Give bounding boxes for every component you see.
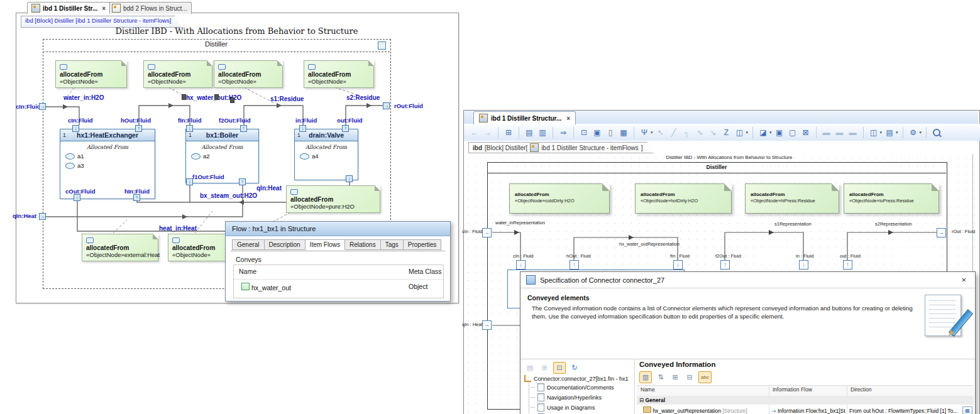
gear-icon[interactable]: ⚙: [908, 127, 919, 138]
port-label[interactable]: hOut:Fluid: [121, 117, 151, 124]
breadcrumb[interactable]: ibd [Block] Distiller[ ibd 1 Distiller S…: [468, 142, 654, 153]
refresh-icon[interactable]: ↻: [569, 362, 580, 373]
search-icon[interactable]: [933, 129, 940, 136]
port-label[interactable]: fIn:Fluid: [178, 117, 201, 124]
port-icon[interactable]: ↑: [240, 125, 247, 132]
port-icon[interactable]: →: [39, 213, 46, 220]
port-icon[interactable]: →: [482, 228, 492, 237]
dropdown-caret-icon[interactable]: ▾: [651, 130, 653, 135]
port-icon[interactable]: ↑: [239, 178, 246, 185]
column-header-meta-class[interactable]: Meta Class: [409, 268, 442, 275]
used-by-icon[interactable]: ▥: [537, 127, 548, 138]
allocated-from-note[interactable]: allocatedFrom «ObjectNode»: [55, 60, 127, 88]
dropdown-caret-icon[interactable]: ▾: [920, 130, 922, 135]
boundary-port-label[interactable]: rOut:Fluid: [394, 102, 423, 109]
boundary-port-label[interactable]: rOut : Fluid: [952, 229, 975, 234]
allocated-from-note[interactable]: allocatedFrom «ObjectNode»: [143, 60, 212, 88]
port-label[interactable]: f1Out:Fluid: [192, 173, 224, 180]
port-icon[interactable]: ↓: [673, 260, 683, 270]
port-label[interactable]: f2Out:Fluid: [219, 117, 251, 124]
port-icon[interactable]: ↓: [74, 194, 80, 201]
port-icon[interactable]: ↓: [72, 125, 79, 132]
curve-tool-icon[interactable]: ∿: [695, 127, 706, 138]
paste-icon[interactable]: ▣: [592, 127, 603, 138]
tab-description[interactable]: Description: [265, 239, 306, 250]
tree-item-navigation[interactable]: Navigation/Hyperlinks: [529, 393, 634, 402]
tree-root-connector[interactable]: Connector:connector_27[bx1.fIn - hx1: [524, 375, 634, 382]
dialog-title-bar[interactable]: Specification of Connector connector_27: [520, 272, 975, 288]
align-right-icon[interactable]: ▬: [847, 127, 859, 138]
columns-icon[interactable]: ▥: [639, 371, 652, 383]
containment-tree-icon[interactable]: ⊞: [503, 127, 514, 138]
port-label[interactable]: fIn : Fluid: [670, 253, 690, 259]
dialog-title[interactable]: Flow : hx1_bx1 in Structure: [226, 222, 450, 236]
dropdown-caret-icon[interactable]: ▾: [880, 130, 883, 135]
tab-properties[interactable]: Properties: [404, 239, 442, 250]
panel-divider[interactable]: [634, 359, 635, 414]
port-icon[interactable]: ↓: [516, 260, 526, 270]
boundary-port-label[interactable]: qIn : Heat: [462, 322, 483, 327]
boundary-port-label[interactable]: cIn:Fluid: [16, 103, 41, 110]
port-icon[interactable]: ↓: [346, 175, 353, 182]
collapse-group-icon[interactable]: ⊟: [639, 397, 644, 403]
port-label[interactable]: cIn:Fluid: [68, 117, 93, 124]
align-left-icon[interactable]: ▬: [821, 127, 832, 138]
forward-icon[interactable]: →: [482, 127, 493, 138]
tab-tags[interactable]: Tags: [381, 239, 404, 250]
allocated-from-note[interactable]: allocatedFrom «ObjectNode»: [214, 60, 283, 88]
tab-ibd-1-distiller[interactable]: ibd 1 Distiller Str... ×: [27, 2, 110, 14]
flow-label[interactable]: water_inRepresentation: [495, 220, 545, 226]
flow-label[interactable]: water_in:H2O: [63, 94, 104, 101]
table-icon[interactable]: ▦: [618, 127, 629, 138]
tree-item-documentation[interactable]: Documentation/Comments: [529, 383, 634, 392]
breadcrumb[interactable]: ibd [Block] Distiller [ibd 1 Distiller S…: [21, 16, 180, 28]
tree-view-icon[interactable]: ⊞: [539, 362, 550, 373]
resize-icon[interactable]: ↘: [708, 127, 719, 138]
tab-general[interactable]: General: [232, 239, 265, 250]
properties-view-icon[interactable]: ▤: [524, 362, 536, 373]
swimlane-icon[interactable]: ◫: [734, 127, 746, 138]
allocated-from-note[interactable]: allocatedFrom «ObjectNode»hiPress:Residu…: [745, 183, 839, 214]
open-window-icon[interactable]: ▣: [774, 127, 785, 138]
part-hx1-heatexchanger[interactable]: 1 hx1:HeatExchanger Allocated From a1 a3…: [60, 129, 155, 199]
allocated-item[interactable]: a1: [65, 153, 155, 160]
port-icon[interactable]: ↑: [843, 260, 852, 270]
allocated-from-note[interactable]: allocatedFrom «ObjectNode»coldDirty:H2O: [509, 183, 610, 214]
image-export-icon[interactable]: ◪: [757, 127, 769, 138]
quick-layout-icon[interactable]: Ψ: [639, 127, 650, 138]
boundary-port-label[interactable]: qIn:Heat: [13, 212, 36, 219]
port-icon[interactable]: ↑: [342, 125, 349, 132]
port-icon[interactable]: ↑: [570, 260, 579, 270]
part-bx1-boiler[interactable]: 1 bx1:Boiler Allocated From a2 f1Out:Flu…: [185, 129, 259, 183]
flow-label[interactable]: bx_steam_out:H2O: [200, 192, 257, 199]
zoom-icon[interactable]: Z: [721, 127, 732, 138]
port-icon[interactable]: ↓: [799, 260, 808, 270]
allocated-item[interactable]: a2: [191, 153, 258, 160]
port-label[interactable]: in:Fluid: [295, 117, 317, 124]
frame-collapse-icon[interactable]: [378, 41, 386, 50]
table-row[interactable]: hx_water_outRepresentation [Structure] ⇢…: [637, 405, 974, 414]
flow-label[interactable]: s1:Residue: [270, 95, 304, 102]
display-options-icon[interactable]: ◫: [868, 127, 879, 138]
close-icon[interactable]: ×: [961, 275, 966, 285]
allocated-from-note[interactable]: allocatedFrom «ObjectNode»: [304, 60, 374, 88]
abc-mode-icon[interactable]: abc: [698, 371, 712, 383]
port-icon[interactable]: ↓: [186, 178, 193, 185]
path-tool-icon[interactable]: ┐: [681, 127, 693, 138]
boundary-port-label[interactable]: cIn : Fluid: [462, 229, 483, 234]
collapse-all-icon[interactable]: ⊟: [684, 372, 695, 383]
flow-label[interactable]: s2Representation: [875, 221, 912, 227]
flow-label[interactable]: s1Representation: [774, 221, 812, 227]
back-icon[interactable]: ←: [469, 127, 480, 138]
tab-bdd-2-flows[interactable]: bdd 2 Flows in Struct...: [107, 2, 192, 14]
copy-view-icon[interactable]: ⊡: [553, 362, 566, 374]
align-center-icon[interactable]: ▬: [834, 127, 845, 138]
port-label[interactable]: cIn : Fluid: [513, 253, 534, 259]
tree-item-usage-in-diagrams[interactable]: Usage in Diagrams: [529, 403, 634, 412]
port-icon[interactable]: ↑: [135, 125, 142, 132]
column-header-name[interactable]: Name: [239, 268, 256, 275]
flow-label[interactable]: hx_water_outRepresentation: [619, 241, 680, 247]
copy-icon[interactable]: ⊡: [578, 127, 590, 138]
dropdown-caret-icon[interactable]: ▾: [769, 130, 772, 135]
legend-icon[interactable]: ▤: [884, 127, 895, 138]
